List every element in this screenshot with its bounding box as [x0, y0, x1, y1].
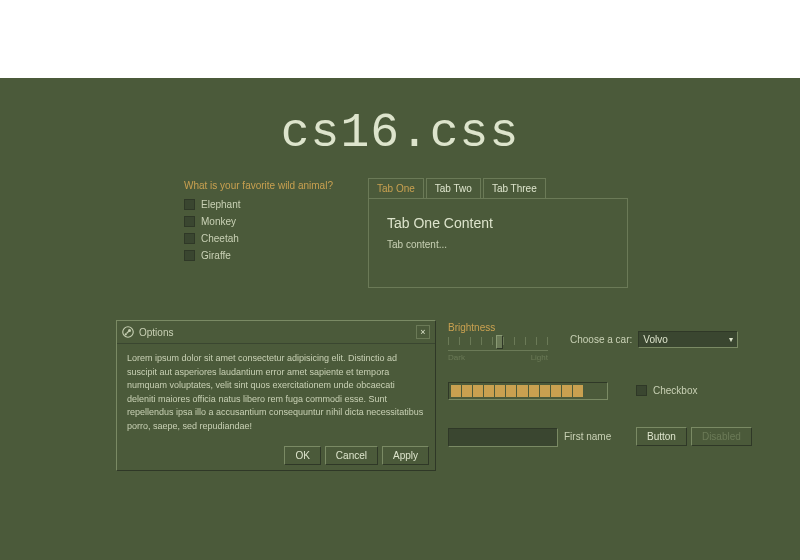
first-name-input[interactable] — [448, 428, 558, 447]
progress-segment — [484, 385, 494, 397]
radio-box-icon — [184, 250, 195, 261]
progress-segment — [540, 385, 550, 397]
slider-track[interactable] — [448, 337, 548, 351]
radio-group: What is your favorite wild animal? Eleph… — [184, 180, 364, 267]
dialog-footer: OK Cancel Apply — [117, 441, 435, 470]
ok-button[interactable]: OK — [284, 446, 320, 465]
dialog-title-wrap: Options — [122, 326, 173, 338]
progress-segment — [529, 385, 539, 397]
top-whitespace — [0, 0, 800, 78]
tab-two[interactable]: Tab Two — [426, 178, 481, 198]
progress-segment — [551, 385, 561, 397]
slider-min-label: Dark — [448, 353, 465, 362]
tab-list: Tab One Tab Two Tab Three — [368, 178, 628, 198]
checkbox-box-icon — [636, 385, 647, 396]
car-select[interactable]: Volvo ▾ — [638, 331, 738, 348]
radio-option-monkey[interactable]: Monkey — [184, 216, 364, 227]
options-dialog: Options × Lorem ipsum dolor sit amet con… — [116, 320, 436, 471]
radio-box-icon — [184, 199, 195, 210]
brightness-slider: Brightness Dark Light — [448, 322, 548, 362]
radio-label: Giraffe — [201, 250, 231, 261]
progress-segment — [584, 385, 594, 397]
apply-button[interactable]: Apply — [382, 446, 429, 465]
tab-panel: Tab One Content Tab content... — [368, 198, 628, 288]
progress-segment — [495, 385, 505, 397]
close-icon: × — [420, 327, 425, 337]
select-value: Volvo — [643, 334, 667, 345]
cs16-demo-area: cs16.css What is your favorite wild anim… — [0, 78, 800, 560]
slider-max-label: Light — [531, 353, 548, 362]
slider-minmax: Dark Light — [448, 353, 548, 362]
progress-segment — [451, 385, 461, 397]
radio-option-giraffe[interactable]: Giraffe — [184, 250, 364, 261]
select-label: Choose a car: — [570, 334, 632, 345]
progress-segment — [595, 385, 605, 397]
disabled-button: Disabled — [691, 427, 752, 446]
input-label: First name — [564, 431, 611, 442]
radio-box-icon — [184, 216, 195, 227]
close-button[interactable]: × — [416, 325, 430, 339]
progress-segment — [473, 385, 483, 397]
radio-question: What is your favorite wild animal? — [184, 180, 364, 191]
button-row: Button Disabled — [636, 427, 752, 446]
slider-thumb[interactable] — [496, 335, 503, 349]
tab-panel-body: Tab content... — [387, 239, 609, 250]
tab-three[interactable]: Tab Three — [483, 178, 546, 198]
progress-segment — [462, 385, 472, 397]
steam-icon — [122, 326, 134, 338]
svg-line-3 — [127, 331, 129, 333]
checkbox[interactable]: Checkbox — [636, 385, 697, 396]
progress-segment — [506, 385, 516, 397]
slider-label: Brightness — [448, 322, 548, 333]
radio-box-icon — [184, 233, 195, 244]
tab-one[interactable]: Tab One — [368, 178, 424, 198]
radio-label: Cheetah — [201, 233, 239, 244]
car-select-wrap: Choose a car: Volvo ▾ — [570, 331, 738, 348]
progress-segment — [573, 385, 583, 397]
radio-label: Elephant — [201, 199, 240, 210]
tabs: Tab One Tab Two Tab Three Tab One Conten… — [368, 178, 628, 288]
chevron-down-icon: ▾ — [729, 335, 733, 344]
dialog-title: Options — [139, 327, 173, 338]
dialog-header[interactable]: Options × — [117, 321, 435, 344]
radio-label: Monkey — [201, 216, 236, 227]
page-title: cs16.css — [0, 78, 800, 160]
dialog-body: Lorem ipsum dolor sit amet consectetur a… — [117, 344, 435, 441]
checkbox-label: Checkbox — [653, 385, 697, 396]
progress-segment — [517, 385, 527, 397]
cancel-button[interactable]: Cancel — [325, 446, 378, 465]
progress-bar — [448, 382, 608, 400]
generic-button[interactable]: Button — [636, 427, 687, 446]
progress-segment — [562, 385, 572, 397]
tab-panel-heading: Tab One Content — [387, 215, 609, 231]
radio-option-cheetah[interactable]: Cheetah — [184, 233, 364, 244]
radio-option-elephant[interactable]: Elephant — [184, 199, 364, 210]
